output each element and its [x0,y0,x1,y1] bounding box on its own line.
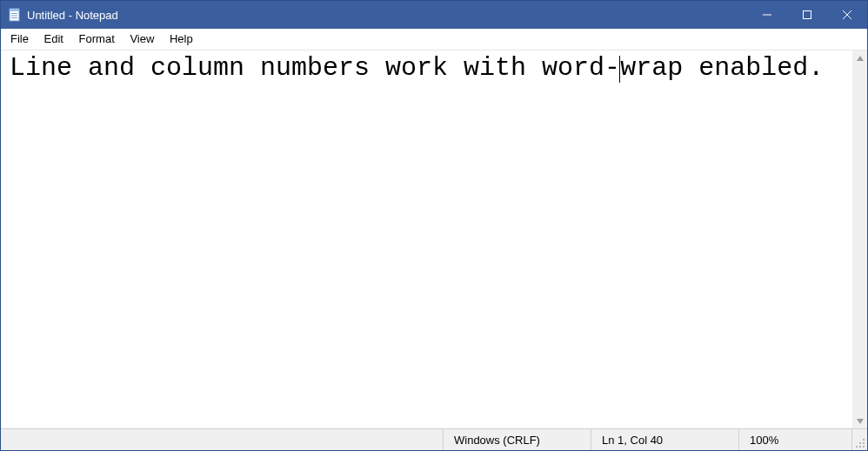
svg-rect-1 [10,9,19,11]
editor-area: Line and column numbers work with word-w… [1,50,867,428]
text-editor[interactable]: Line and column numbers work with word-w… [1,50,852,428]
menu-edit[interactable]: Edit [38,30,70,47]
svg-point-14 [856,446,858,448]
statusbar-spacer [1,429,443,450]
menubar: File Edit Format View Help [1,29,867,50]
statusbar: Windows (CRLF) Ln 1, Col 40 100% [1,428,867,450]
menu-view[interactable]: View [124,30,160,47]
notepad-icon [8,8,22,22]
menu-format[interactable]: Format [73,30,121,47]
titlebar[interactable]: Untitled - Notepad [1,1,867,29]
maximize-button[interactable] [787,1,827,29]
svg-point-13 [859,446,861,448]
minimize-button[interactable] [747,1,787,29]
scrollbar-up-arrow-icon[interactable] [852,50,867,65]
close-button[interactable] [827,1,867,29]
status-cursor-position: Ln 1, Col 40 [591,429,738,450]
menu-file[interactable]: File [4,30,35,47]
svg-point-9 [863,439,865,441]
menu-help[interactable]: Help [164,30,199,47]
svg-rect-6 [804,11,811,19]
status-line-ending: Windows (CRLF) [443,429,591,450]
svg-point-12 [863,446,865,448]
svg-point-10 [863,442,865,444]
status-zoom: 100% [738,429,851,450]
window-title: Untitled - Notepad [27,9,118,22]
svg-point-11 [859,442,861,444]
scrollbar-down-arrow-icon[interactable] [852,414,867,428]
editor-text-after-caret: wrap enabled. [620,53,824,83]
resize-grip-icon[interactable] [851,429,867,450]
editor-text-before-caret: Line and column numbers work with word- [10,53,620,83]
window-controls [747,1,867,29]
vertical-scrollbar[interactable] [852,50,867,428]
